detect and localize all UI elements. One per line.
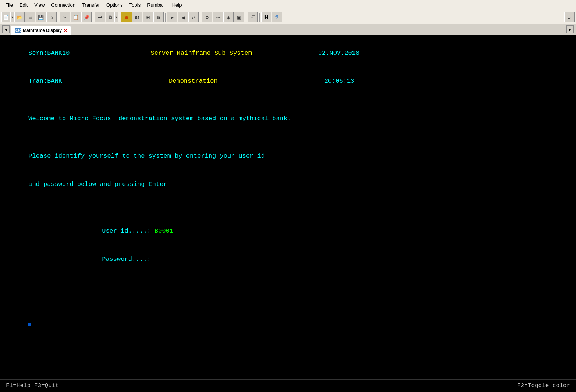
term-blank-1 bbox=[6, 95, 570, 105]
scrn-label: Scrn: bbox=[28, 50, 47, 57]
help-button[interactable] bbox=[272, 12, 282, 22]
screen2-button[interactable] bbox=[234, 12, 244, 22]
open-button[interactable] bbox=[14, 12, 25, 22]
welcome-text: Welcome to Micro Focus' demonstration sy… bbox=[28, 115, 291, 122]
recv-button[interactable] bbox=[178, 12, 188, 22]
date: 02.NOV.2018 bbox=[318, 50, 359, 57]
term-line-tran: Tran:BANKDemonstration20:05:13 bbox=[6, 67, 570, 96]
cursor-indicator bbox=[28, 323, 31, 326]
new-dropdown-arrow[interactable]: ▾ bbox=[10, 12, 14, 22]
term-welcome: Welcome to Micro Focus' demonstration sy… bbox=[6, 105, 570, 133]
screen2-icon bbox=[237, 14, 241, 20]
sep1 bbox=[58, 13, 58, 22]
send-button[interactable] bbox=[167, 12, 177, 22]
userid-label: User id.....: bbox=[102, 227, 154, 234]
term-blank-5 bbox=[6, 273, 570, 283]
sep6 bbox=[246, 13, 246, 22]
menu-connection[interactable]: Connection bbox=[48, 1, 78, 8]
menu-tools[interactable]: Tools bbox=[127, 1, 143, 8]
save-button[interactable] bbox=[36, 12, 46, 22]
terminal-container: Scrn:BANK10Server Mainframe Sub System02… bbox=[0, 35, 576, 392]
new-icon bbox=[3, 14, 9, 20]
record-button[interactable] bbox=[121, 12, 132, 22]
session-icon bbox=[250, 14, 255, 20]
pencil-icon bbox=[216, 14, 220, 20]
cut-icon bbox=[63, 14, 67, 20]
term-blank-8 bbox=[6, 301, 570, 311]
term-blank-7 bbox=[6, 292, 570, 302]
terminal-status-bar: F1=Help F3=Quit F2=Toggle color bbox=[0, 379, 576, 392]
cut-button[interactable] bbox=[60, 12, 70, 22]
gear-icon bbox=[205, 14, 209, 20]
screen-button[interactable] bbox=[25, 12, 35, 22]
toolbar: ▾ ▾ » bbox=[0, 10, 576, 24]
h-icon bbox=[264, 14, 268, 20]
sep4 bbox=[165, 13, 166, 22]
menu-rumbaplus[interactable]: Rumba+ bbox=[144, 1, 168, 8]
sep5 bbox=[200, 13, 200, 22]
session-button[interactable] bbox=[248, 12, 258, 22]
xfer-icon bbox=[192, 14, 196, 20]
five-button[interactable] bbox=[153, 12, 164, 22]
menu-transfer[interactable]: Transfer bbox=[79, 1, 103, 8]
tab-close-button[interactable]: × bbox=[64, 28, 67, 33]
term-blank-6 bbox=[6, 283, 570, 292]
new-button[interactable] bbox=[1, 12, 10, 22]
term-blank-3 bbox=[6, 198, 570, 208]
map-icon bbox=[146, 14, 150, 20]
scrn-value: BANK10 bbox=[47, 50, 70, 57]
pencil-button[interactable] bbox=[213, 12, 223, 22]
map-button[interactable] bbox=[143, 12, 153, 22]
terminal-screen[interactable]: Scrn:BANK10Server Mainframe Sub System02… bbox=[0, 35, 576, 379]
screen-icon bbox=[28, 14, 33, 20]
subtitle: Demonstration bbox=[169, 78, 218, 84]
copy2-dropdown-arrow[interactable]: ▾ bbox=[114, 12, 118, 22]
undo-button[interactable] bbox=[95, 12, 105, 22]
please-line1: Please identify yourself to the system b… bbox=[28, 152, 265, 159]
term-userid: User id.....: B0001 bbox=[6, 217, 570, 245]
paste-icon bbox=[83, 14, 89, 20]
open-icon bbox=[17, 14, 22, 20]
copy2-icon bbox=[109, 14, 112, 20]
recv-icon bbox=[181, 14, 185, 20]
term-cursor-line bbox=[6, 311, 570, 339]
tab-scroll-left[interactable]: ◀ bbox=[2, 25, 10, 33]
copy2-button[interactable] bbox=[106, 12, 114, 22]
num-icon bbox=[135, 14, 139, 20]
term-blank-2 bbox=[6, 133, 570, 142]
menu-edit[interactable]: Edit bbox=[17, 1, 31, 8]
menu-view[interactable]: View bbox=[31, 1, 47, 8]
new-button-group: ▾ bbox=[1, 12, 14, 22]
toolbar-overflow[interactable]: » bbox=[564, 12, 575, 22]
menu-help[interactable]: Help bbox=[169, 1, 185, 8]
term-blank-4 bbox=[6, 208, 570, 217]
menu-options[interactable]: Options bbox=[103, 1, 126, 8]
num-button[interactable] bbox=[132, 12, 142, 22]
tab-label: Mainframe Display bbox=[23, 28, 62, 33]
tab-mainframe-display[interactable]: 3270 Mainframe Display × bbox=[11, 26, 71, 35]
tran-label: Tran: bbox=[28, 78, 47, 84]
h-button[interactable] bbox=[261, 12, 271, 22]
term-password: Password....: bbox=[6, 245, 570, 273]
sep7 bbox=[259, 13, 260, 22]
paste-button[interactable] bbox=[81, 12, 92, 22]
userid-value[interactable]: B0001 bbox=[154, 227, 173, 234]
menu-bar: File Edit View Connection Transfer Optio… bbox=[0, 0, 576, 10]
save-icon bbox=[38, 14, 44, 20]
gear-button[interactable] bbox=[202, 12, 212, 22]
status-left: F1=Help F3=Quit bbox=[6, 382, 59, 389]
print-button[interactable] bbox=[46, 12, 57, 22]
time: 20:05:13 bbox=[324, 78, 355, 84]
send-icon bbox=[170, 14, 174, 20]
undo-icon bbox=[98, 14, 102, 20]
macro-button[interactable] bbox=[223, 12, 234, 22]
copy-button[interactable] bbox=[71, 12, 81, 22]
tab-scroll-right[interactable]: ▶ bbox=[566, 25, 574, 33]
password-label: Password....: bbox=[102, 256, 154, 263]
please-line2: and password below and pressing Enter bbox=[28, 181, 167, 188]
xfer-button[interactable] bbox=[188, 12, 199, 22]
sep2 bbox=[93, 13, 93, 22]
menu-file[interactable]: File bbox=[2, 1, 16, 8]
copy2-button-group: ▾ bbox=[106, 12, 118, 22]
record-icon bbox=[124, 14, 129, 20]
